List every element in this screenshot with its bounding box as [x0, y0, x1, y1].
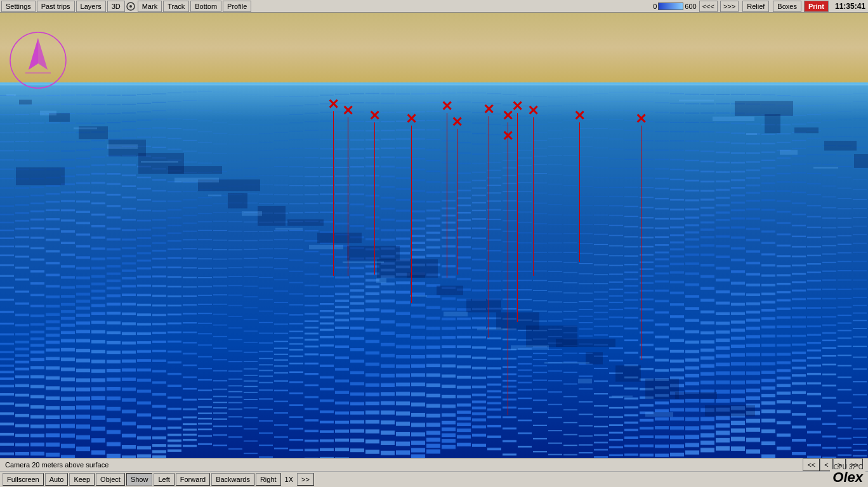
top-menu-bar: Settings Past trips Layers 3D Mark Track…	[0, 0, 868, 13]
past-trips-button[interactable]: Past trips	[37, 1, 75, 12]
zoom-next-button[interactable]: >>	[297, 473, 314, 486]
marker-x: ✕	[635, 112, 647, 126]
marker-x: ✕	[342, 104, 353, 118]
depth-slider-area: 0 600	[653, 3, 696, 10]
bottom-bar: Camera 20 meters above surface << < > >>…	[0, 458, 868, 487]
marker-x: ✕	[511, 100, 523, 114]
forward-button[interactable]: Forward	[176, 473, 210, 486]
bottom-nav: Fullscreen Auto Keep Object Show Left Fo…	[0, 472, 868, 487]
marker-x: ✕	[483, 103, 494, 117]
marker-x: ✕	[441, 100, 452, 114]
marker-x: ✕	[369, 109, 380, 123]
marker-x: ✕	[502, 129, 513, 143]
depth-bar[interactable]	[658, 3, 683, 10]
zoom-display: 1X	[282, 476, 296, 483]
nav-fwd-button[interactable]: >>>	[720, 1, 739, 12]
marker-line	[333, 111, 334, 276]
track-button[interactable]: Track	[163, 1, 189, 12]
prev2-button[interactable]: <<	[803, 458, 820, 471]
keep-button[interactable]: Keep	[69, 473, 95, 486]
target-icon	[126, 2, 135, 11]
marker-line	[457, 129, 457, 275]
status-text: Camera 20 meters above surface	[5, 461, 803, 469]
depth-min-label: 0	[653, 3, 657, 10]
compass	[6, 32, 70, 89]
left-button[interactable]: Left	[154, 473, 174, 486]
marker-line	[447, 113, 447, 278]
marker-line	[533, 117, 534, 276]
bottom-button[interactable]: Bottom	[190, 1, 221, 12]
marker-line	[489, 116, 489, 338]
marker-x: ✕	[327, 98, 339, 112]
marker-line	[411, 126, 412, 303]
sky-area	[0, 13, 868, 82]
terrain-canvas	[0, 82, 868, 458]
clock-display: 11:35:41	[831, 2, 865, 11]
marker-line	[641, 126, 641, 360]
olex-logo: Olex	[830, 469, 865, 486]
marker-x: ✕	[405, 112, 417, 126]
backwards-button[interactable]: Backwards	[211, 473, 254, 486]
profile-button[interactable]: Profile	[223, 1, 251, 12]
marker-line	[517, 113, 518, 322]
marker-line	[374, 122, 375, 275]
svg-point-1	[129, 5, 132, 8]
layers-button[interactable]: Layers	[76, 1, 106, 12]
settings-button[interactable]: Settings	[1, 1, 36, 12]
show-button[interactable]: Show	[126, 473, 153, 486]
depth-max-label: 600	[685, 3, 696, 10]
marker-line	[508, 143, 508, 415]
marker-line	[348, 117, 348, 276]
object-button[interactable]: Object	[96, 473, 125, 486]
relief-button[interactable]: Relief	[742, 1, 769, 12]
marker-x: ✕	[574, 109, 585, 123]
boxes-button[interactable]: Boxes	[773, 1, 801, 12]
status-line: Camera 20 meters above surface << < > >>	[0, 458, 868, 472]
ocean-terrain-area	[0, 82, 868, 458]
marker-x: ✕	[527, 104, 539, 118]
3d-button[interactable]: 3D	[107, 1, 125, 12]
mark-button[interactable]: Mark	[138, 1, 162, 12]
print-button[interactable]: Print	[804, 1, 829, 12]
nav-back-button[interactable]: <<<	[699, 1, 718, 12]
fullscreen-button[interactable]: Fullscreen	[3, 473, 44, 486]
right-button[interactable]: Right	[256, 473, 281, 486]
marker-line	[579, 122, 580, 262]
top-bar-right: 0 600 <<< >>> Relief Boxes Print 11:35:4…	[653, 1, 868, 12]
auto-button[interactable]: Auto	[45, 473, 69, 486]
svg-marker-4	[29, 38, 38, 70]
marker-x: ✕	[451, 115, 463, 129]
main-3d-view[interactable]: ✕✕✕✕✕✕✕✕✕✕✕✕✕	[0, 13, 868, 458]
